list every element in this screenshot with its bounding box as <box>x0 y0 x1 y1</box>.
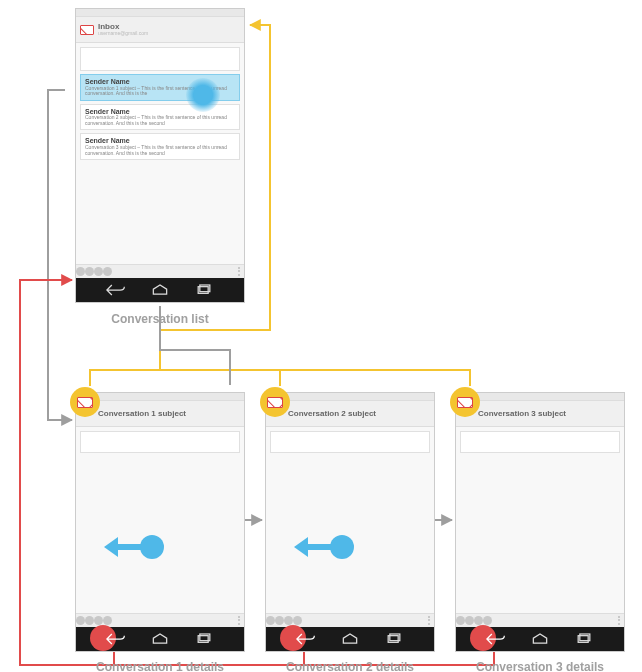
subject-preview: Conversation 2 subject – This is the fir… <box>85 115 235 126</box>
recents-icon[interactable] <box>384 632 404 646</box>
home-icon[interactable] <box>150 283 170 297</box>
action-bar <box>456 613 624 627</box>
detail-content <box>266 427 434 613</box>
list-item[interactable]: Sender Name Conversation 1 subject – Thi… <box>80 74 240 101</box>
caption: Conversation 3 details <box>455 660 625 672</box>
recents-icon[interactable] <box>574 632 594 646</box>
back-icon[interactable] <box>106 283 126 297</box>
list-item[interactable]: Sender Name Conversation 3 subject – Thi… <box>80 133 240 160</box>
home-icon[interactable] <box>340 632 360 646</box>
overflow-icon[interactable] <box>238 616 240 626</box>
phone-conversation-2: Conversation 2 subject <box>265 392 435 652</box>
app-title: Conversation 1 subject <box>98 409 186 418</box>
header-card <box>460 431 620 453</box>
app-title: Conversation 2 subject <box>288 409 376 418</box>
subject-preview: Conversation 3 subject – This is the fir… <box>85 145 235 156</box>
tab-dot[interactable] <box>94 616 103 625</box>
tab-dot[interactable] <box>76 616 85 625</box>
tab-dot[interactable] <box>266 616 275 625</box>
tab-dot[interactable] <box>284 616 293 625</box>
home-icon[interactable] <box>530 632 550 646</box>
gmail-icon <box>80 25 94 35</box>
back-icon[interactable] <box>296 632 316 646</box>
home-icon[interactable] <box>150 632 170 646</box>
phone-conversation-1: Conversation 1 subject <box>75 392 245 652</box>
tab-dot[interactable] <box>85 267 94 276</box>
tab-dot[interactable] <box>465 616 474 625</box>
caption: Conversation 1 details <box>75 660 245 672</box>
caption: Conversation 2 details <box>265 660 435 672</box>
overflow-icon[interactable] <box>618 616 620 626</box>
back-icon[interactable] <box>106 632 126 646</box>
tab-dot[interactable] <box>275 616 284 625</box>
action-bar <box>76 264 244 278</box>
nav-bar <box>456 627 624 651</box>
subject-preview: Conversation 1 subject – This is the fir… <box>85 86 235 97</box>
recents-icon[interactable] <box>194 283 214 297</box>
header-card <box>80 431 240 453</box>
detail-content <box>456 427 624 613</box>
phone-conversation-list: Inbox username@gmail.com Sender Name Con… <box>75 8 245 303</box>
tab-dot[interactable] <box>293 616 302 625</box>
status-bar <box>76 393 244 401</box>
app-bar[interactable]: Conversation 2 subject <box>266 401 434 427</box>
detail-content <box>76 427 244 613</box>
overflow-icon[interactable] <box>428 616 430 626</box>
app-bar[interactable]: Conversation 1 subject <box>76 401 244 427</box>
swipe-gesture-icon <box>104 527 164 567</box>
caption: Conversation list <box>75 312 245 326</box>
list-item[interactable]: Sender Name Conversation 2 subject – Thi… <box>80 104 240 131</box>
tab-dot[interactable] <box>103 267 112 276</box>
action-bar <box>266 613 434 627</box>
app-bar[interactable]: Inbox username@gmail.com <box>76 17 244 43</box>
tab-dot[interactable] <box>456 616 465 625</box>
app-bar[interactable]: Conversation 3 subject <box>456 401 624 427</box>
tab-dot[interactable] <box>474 616 483 625</box>
app-subtitle: username@gmail.com <box>98 31 148 36</box>
header-card <box>270 431 430 453</box>
recents-icon[interactable] <box>194 632 214 646</box>
swipe-gesture-icon <box>294 527 354 567</box>
action-bar <box>76 613 244 627</box>
nav-bar <box>76 627 244 651</box>
status-bar <box>456 393 624 401</box>
status-bar <box>266 393 434 401</box>
list-content: Sender Name Conversation 1 subject – Thi… <box>76 43 244 264</box>
back-icon[interactable] <box>486 632 506 646</box>
tab-dot[interactable] <box>483 616 492 625</box>
app-title: Conversation 3 subject <box>478 409 566 418</box>
tab-dot[interactable] <box>103 616 112 625</box>
nav-bar <box>266 627 434 651</box>
tab-dot[interactable] <box>94 267 103 276</box>
tab-dot[interactable] <box>76 267 85 276</box>
overflow-icon[interactable] <box>238 267 240 277</box>
status-bar <box>76 9 244 17</box>
phone-conversation-3: Conversation 3 subject <box>455 392 625 652</box>
list-item[interactable] <box>80 47 240 71</box>
tab-dot[interactable] <box>85 616 94 625</box>
nav-bar <box>76 278 244 302</box>
